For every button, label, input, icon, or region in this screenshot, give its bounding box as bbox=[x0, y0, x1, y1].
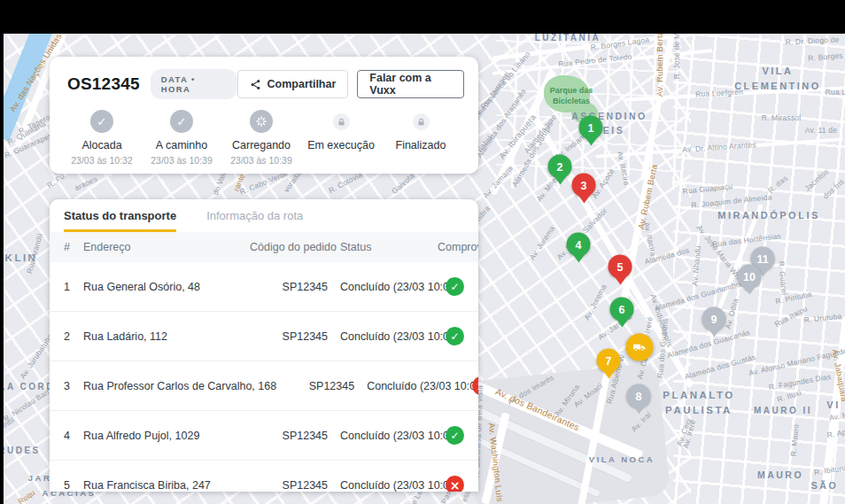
street-label: Alameda dos Guatás bbox=[684, 353, 757, 381]
row-address: Rua Professor Carlos de Carvalho, 168 bbox=[83, 380, 276, 392]
step-timestamp: 23/03 às 10:32 bbox=[64, 155, 140, 166]
col-order-code: Código do pedido bbox=[250, 241, 331, 253]
street-label: Av. Nhandu bbox=[690, 245, 702, 286]
marker-number: 10 bbox=[738, 265, 762, 289]
map-marker-8[interactable]: 8 bbox=[627, 384, 651, 408]
proof-fail-icon[interactable]: × bbox=[472, 376, 478, 395]
share-button[interactable]: Compartilhar bbox=[237, 70, 349, 98]
transport-row[interactable]: 1Rua General Osório, 48SP12345Concluído … bbox=[50, 262, 478, 311]
street-label: Rua Pedro de Toledo bbox=[558, 52, 632, 69]
marker-number: 9 bbox=[702, 307, 726, 331]
row-address: Rua Francisca Biriba, 247 bbox=[83, 479, 250, 492]
transport-row[interactable]: 5Rua Francisca Biriba, 247SP12345Concluí… bbox=[50, 460, 478, 492]
tab-status-do-transporte[interactable]: Status do transporte bbox=[64, 209, 176, 232]
street-label: R. Guareí bbox=[777, 260, 788, 295]
map-marker-3[interactable]: 3 bbox=[572, 174, 596, 198]
transport-row[interactable]: 4Rua Alfredo Pujol, 1029SP12345Concluído… bbox=[50, 410, 478, 460]
street-label: arapes bbox=[74, 174, 99, 193]
step-label: Em execução bbox=[303, 139, 379, 151]
step-label: Alocada bbox=[64, 139, 140, 151]
map-marker-6[interactable]: 6 bbox=[610, 298, 634, 322]
map-marker-4[interactable]: 4 bbox=[567, 233, 591, 257]
step-label: Finalizado bbox=[383, 139, 459, 151]
map-marker-9[interactable]: 9 bbox=[702, 307, 726, 331]
share-button-label: Compartilhar bbox=[267, 78, 337, 90]
street-label: R. Borges bbox=[808, 50, 843, 62]
table-header: # Endereço Código do pedido Status Compr… bbox=[50, 232, 478, 262]
street-label: R. Urutuba bbox=[803, 312, 842, 324]
marker-number: 2 bbox=[548, 155, 572, 179]
contact-vuxx-button[interactable]: Falar com a Vuxx bbox=[357, 70, 464, 98]
marker-number: 4 bbox=[567, 233, 591, 257]
col-proof: Comprov. bbox=[438, 241, 464, 253]
street-label: Av. 11 de bbox=[805, 126, 837, 135]
street-label: R. das bbox=[766, 174, 789, 195]
proof-success-icon[interactable]: ✓ bbox=[446, 277, 464, 296]
row-order-code: SP12345 bbox=[250, 430, 331, 442]
col-status: Status bbox=[331, 241, 438, 253]
row-status: Concluído (23/03 10:00) bbox=[331, 479, 438, 492]
map-marker-5[interactable]: 5 bbox=[609, 255, 632, 279]
row-order-code: SP12345 bbox=[250, 479, 331, 492]
district-label: MIRANDÓPOLIS bbox=[717, 208, 820, 223]
marker-number: 7 bbox=[597, 349, 621, 373]
step-icon-done: ✓ bbox=[90, 110, 113, 133]
street-label: dos Íris bbox=[821, 177, 845, 201]
street-label: Av. Dr. Altino Arantes bbox=[682, 140, 756, 154]
map-marker-7[interactable]: 7 bbox=[597, 349, 621, 373]
row-status: Concluído (23/03 10:00) bbox=[331, 281, 438, 293]
table-body: 1Rua General Osório, 48SP12345Concluído … bbox=[50, 262, 478, 492]
street-label: Av. Itacira bbox=[642, 221, 658, 257]
letterbox-top bbox=[0, 0, 845, 34]
street-label: R. Mauro bbox=[788, 423, 800, 456]
district-label: VILA NOCA bbox=[589, 454, 655, 466]
row-number: 1 bbox=[64, 281, 83, 293]
proof-success-icon[interactable]: ✓ bbox=[446, 426, 464, 445]
row-address: Rua General Osório, 48 bbox=[83, 281, 250, 293]
step-label: Carregando bbox=[223, 139, 299, 151]
step-icon-active bbox=[250, 110, 273, 133]
step-label: A caminho bbox=[143, 139, 220, 151]
district-label: PLANALTO PAULISTA bbox=[663, 388, 735, 419]
proof-fail-icon[interactable]: × bbox=[446, 476, 464, 492]
date-time-badge: DATA • HORA bbox=[151, 69, 237, 99]
street-label: R. Fu bbox=[45, 172, 66, 190]
row-number: 4 bbox=[64, 430, 83, 442]
row-status: Concluído (23/03 10:00) bbox=[331, 430, 438, 442]
street-label: Av. Rubem Berta bbox=[636, 163, 659, 229]
row-order-code: SP12345 bbox=[250, 281, 331, 293]
row-status: Concluído (23/03 10:00) bbox=[331, 330, 438, 343]
step-timestamp: 23/03 às 10:39 bbox=[143, 155, 220, 166]
marker-number: 8 bbox=[627, 384, 651, 408]
map-marker-2[interactable]: 2 bbox=[548, 155, 572, 179]
transport-row[interactable]: 2Rua Ladário, 112SP12345Concluído (23/03… bbox=[50, 311, 478, 361]
map-marker-1[interactable]: 1 bbox=[579, 116, 603, 140]
row-order-code: SP12345 bbox=[276, 380, 358, 392]
map-marker-10[interactable]: 10 bbox=[738, 265, 762, 289]
step-timestamp: 23/03 às 10:39 bbox=[223, 155, 299, 166]
marker-number: 5 bbox=[609, 255, 632, 279]
step-alocada: ✓Alocada23/03 às 10:32 bbox=[64, 110, 140, 166]
step-carregando: Carregando23/03 às 10:39 bbox=[223, 110, 299, 166]
transport-row[interactable]: 3Rua Professor Carlos de Carvalho, 168SP… bbox=[50, 361, 478, 410]
step-em-execução: Em execução bbox=[303, 110, 379, 166]
truck-marker[interactable] bbox=[626, 334, 654, 361]
tab-bar: Status do transporte Informação da rota bbox=[50, 199, 478, 232]
street-label: Gaivota bbox=[390, 171, 416, 196]
district-label: SÃO bbox=[811, 479, 838, 493]
street-label: Av. Jurema bbox=[582, 283, 609, 322]
street-label: Av. República do Líbano bbox=[470, 50, 532, 120]
street-label: R. Ituxi bbox=[776, 388, 802, 404]
row-address: Rua Ladário, 112 bbox=[83, 330, 250, 343]
proof-success-icon[interactable]: ✓ bbox=[446, 327, 464, 345]
street-label: Rua Guapiaçu bbox=[682, 182, 733, 196]
district-label: RUDES bbox=[0, 444, 41, 457]
stepper: ✓Alocada23/03 às 10:32✓A caminho23/03 às… bbox=[50, 99, 478, 166]
street-label: R. Cotovia bbox=[327, 170, 364, 195]
row-number: 2 bbox=[64, 330, 83, 343]
district-label: VI bbox=[826, 398, 840, 413]
district-label: MAURO II bbox=[754, 404, 812, 417]
park-label: Parque das Bicicletas bbox=[550, 85, 593, 106]
tab-informacao-da-rota[interactable]: Informação da rota bbox=[206, 209, 303, 232]
truck-icon bbox=[632, 340, 647, 355]
